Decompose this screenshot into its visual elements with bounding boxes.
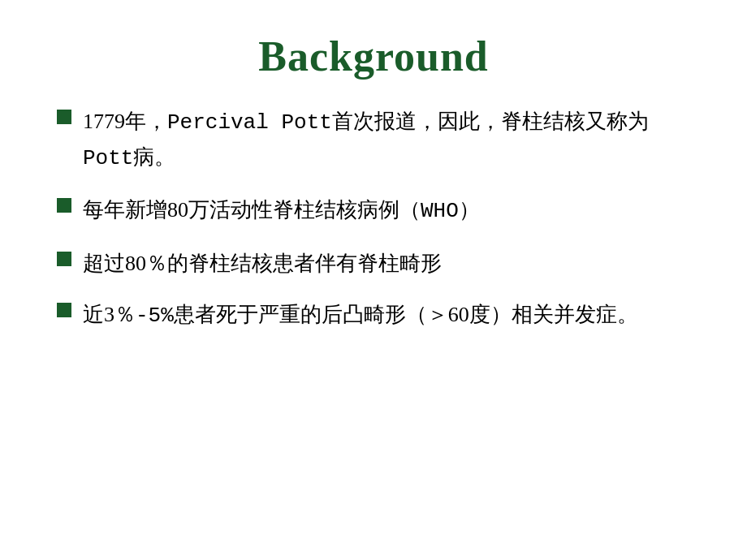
slide-title: Background: [49, 32, 698, 80]
bullet-text-2: 每年新增80万活动性脊柱结核病例（WHO）: [83, 193, 480, 229]
bullet-icon-4: [57, 303, 71, 317]
bullet-icon-2: [57, 198, 71, 213]
bullet-icon-1: [57, 110, 71, 124]
list-item: 每年新增80万活动性脊柱结核病例（WHO）: [57, 193, 698, 229]
bullet-text-3: 超过80％的脊柱结核患者伴有脊柱畸形: [83, 247, 442, 281]
list-item: 1779年，Percival Pott首次报道，因此，脊柱结核又称为Pott病。: [57, 105, 698, 175]
title-container: Background: [49, 24, 698, 105]
slide: Background 1779年，Percival Pott首次报道，因此，脊柱…: [0, 0, 747, 560]
bullet-text-4: 近3％-5%患者死于严重的后凸畸形（＞60度）相关并发症。: [83, 298, 638, 334]
list-item: 近3％-5%患者死于严重的后凸畸形（＞60度）相关并发症。: [57, 298, 698, 334]
content-area: 1779年，Percival Pott首次报道，因此，脊柱结核又称为Pott病。…: [49, 105, 698, 528]
bullet-text-1: 1779年，Percival Pott首次报道，因此，脊柱结核又称为Pott病。: [83, 105, 698, 175]
bullet-icon-3: [57, 252, 71, 266]
list-item: 超过80％的脊柱结核患者伴有脊柱畸形: [57, 247, 698, 281]
